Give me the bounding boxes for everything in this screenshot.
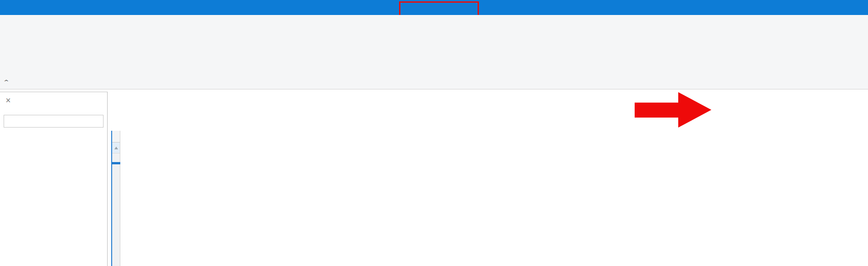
selected-row-indicator <box>112 143 120 153</box>
field-search-input[interactable] <box>4 115 104 128</box>
indicator-header-cell <box>112 131 120 143</box>
annotation-arrow-head <box>678 92 711 128</box>
collapse-ribbon-icon[interactable]: ^ <box>4 79 9 84</box>
row-indicator-strip <box>112 131 120 266</box>
field-list-panel: × <box>0 92 108 266</box>
ribbon <box>0 28 868 89</box>
row-indicator-icon <box>114 147 118 149</box>
app-window: { "window": { "title": "نقل حركة مستودع"… <box>0 0 868 266</box>
pin-icon[interactable] <box>15 96 23 104</box>
titlebar <box>0 0 868 15</box>
annotation-arrow <box>635 103 680 118</box>
annotation-box <box>399 1 479 16</box>
tab-bar <box>0 15 868 28</box>
data-grid <box>111 131 868 266</box>
close-icon[interactable]: × <box>4 96 12 104</box>
field-list-header: × <box>0 92 107 108</box>
scrollbar-thumb[interactable] <box>112 162 120 164</box>
